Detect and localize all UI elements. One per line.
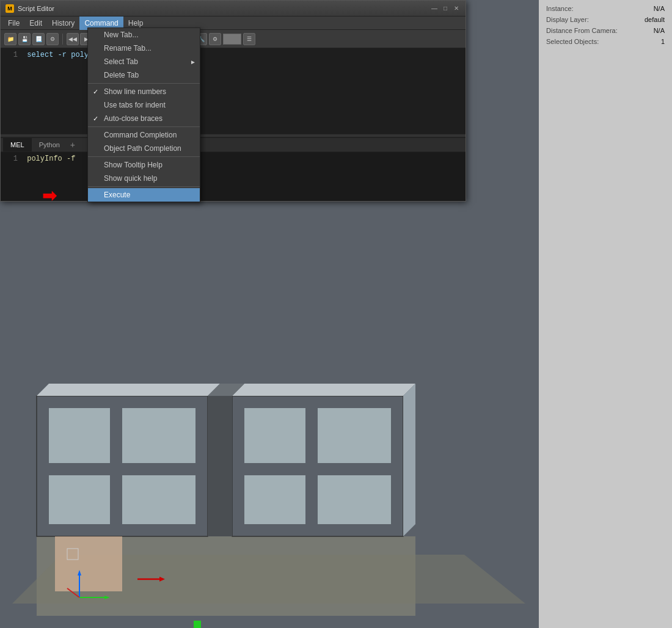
menu-delete-tab[interactable]: Delete Tab <box>88 68 200 82</box>
svg-rect-4 <box>49 475 110 524</box>
menu-execute[interactable]: Execute <box>88 188 200 202</box>
menu-file[interactable]: File <box>3 16 24 30</box>
selected-objects-row: Selected Objects: 1 <box>546 38 665 45</box>
menu-rename-tab[interactable]: Rename Tab... <box>88 42 200 55</box>
toolbar: 📁 💾 📃 ⚙ ◀◀ ▶ ▶▶ 🔧 ⚙ ☰ <box>1 30 466 48</box>
editor-line-1: 1 select -r polySu <box>5 51 461 59</box>
editor-area[interactable]: 1 select -r polySu <box>1 48 466 134</box>
line-num-1: 1 <box>5 51 18 59</box>
instance-value: N/A <box>654 5 665 12</box>
scene-area <box>0 274 539 628</box>
code-line-num: 1 <box>5 155 18 163</box>
display-layer-label: Display Layer: <box>546 16 589 23</box>
right-panel: Instance: N/A Display Layer: default Dis… <box>539 0 672 628</box>
title-bar: M Script Editor — □ ✕ <box>1 1 466 16</box>
list-icon[interactable]: ☰ <box>243 33 255 45</box>
submenu-arrow-icon: ► <box>190 59 196 65</box>
check-icon: ✓ <box>93 88 101 96</box>
save-as-icon[interactable]: 📃 <box>32 33 45 45</box>
prev-button[interactable]: ◀◀ <box>67 33 79 45</box>
distance-value: N/A <box>654 27 665 34</box>
menu-history[interactable]: History <box>47 16 79 30</box>
code-text: polyInfo -f <box>27 155 75 163</box>
window-title: Script Editor <box>18 5 430 12</box>
svg-marker-14 <box>232 384 415 396</box>
display-layer-row: Display Layer: default <box>546 16 665 23</box>
menu-object-path-completion[interactable]: Object Path Completion <box>88 142 200 155</box>
distance-label: Distance From Camera: <box>546 27 618 34</box>
menu-auto-close-braces[interactable]: ✓ Auto-close braces <box>88 112 200 125</box>
selected-objects-value: 1 <box>661 38 665 45</box>
instance-label: Instance: <box>546 5 574 12</box>
instance-row: Instance: N/A <box>546 5 665 12</box>
menu-show-quick-help[interactable]: Show quick help <box>88 172 200 185</box>
separator-menu-3 <box>88 156 200 157</box>
selected-objects-label: Selected Objects: <box>546 38 599 45</box>
red-arrow-indicator: ➡ <box>42 186 56 206</box>
menu-bar: File Edit History Command Help <box>1 16 466 30</box>
svg-rect-5 <box>122 408 195 463</box>
svg-rect-9 <box>244 475 305 524</box>
settings-icon[interactable]: ⚙ <box>46 33 59 45</box>
save-icon[interactable]: 💾 <box>18 33 31 45</box>
svg-marker-15 <box>403 384 415 536</box>
window-controls: — □ ✕ <box>430 4 461 13</box>
gear-icon[interactable]: ⚙ <box>209 33 221 45</box>
menu-edit[interactable]: Edit <box>24 16 47 30</box>
check-icon-2: ✓ <box>93 115 101 123</box>
code-area[interactable]: 1 polyInfo -f <box>1 152 466 201</box>
add-tab-button[interactable]: + <box>67 139 78 150</box>
minimize-button[interactable]: — <box>430 4 439 13</box>
display-layer-value: default <box>645 16 665 23</box>
separator-menu-1 <box>88 83 200 84</box>
menu-show-line-numbers[interactable]: ✓ Show line numbers <box>88 85 200 98</box>
svg-marker-19 <box>55 536 122 591</box>
svg-rect-26 <box>194 621 201 628</box>
menu-select-tab[interactable]: Select Tab ► <box>88 55 200 68</box>
separator-menu-4 <box>88 186 200 187</box>
tab-python[interactable]: Python <box>32 138 67 152</box>
svg-marker-12 <box>37 384 220 396</box>
menu-command-completion[interactable]: Command Completion <box>88 128 200 142</box>
command-dropdown-menu: New Tab... Rename Tab... Select Tab ► De… <box>87 27 200 202</box>
svg-rect-11 <box>318 475 391 524</box>
svg-rect-10 <box>318 408 391 463</box>
distance-row: Distance From Camera: N/A <box>546 27 665 34</box>
tab-mel[interactable]: MEL <box>3 138 32 152</box>
menu-use-tabs[interactable]: Use tabs for indent <box>88 98 200 112</box>
svg-rect-16 <box>208 396 232 536</box>
open-icon[interactable]: 📁 <box>4 33 16 45</box>
maximize-button[interactable]: □ <box>441 4 450 13</box>
color-swatch <box>223 34 241 45</box>
close-button[interactable]: ✕ <box>452 4 461 13</box>
script-editor-window: M Script Editor — □ ✕ File Edit History … <box>0 0 466 202</box>
separator-1 <box>62 34 63 45</box>
svg-rect-6 <box>122 475 195 524</box>
app-icon: M <box>5 4 14 13</box>
tab-bar: MEL Python + <box>1 137 466 152</box>
svg-rect-3 <box>49 408 110 463</box>
separator-menu-2 <box>88 126 200 127</box>
svg-rect-8 <box>244 408 305 463</box>
menu-show-tooltip-help[interactable]: Show Tooltip Help <box>88 158 200 172</box>
menu-new-tab[interactable]: New Tab... <box>88 28 200 42</box>
